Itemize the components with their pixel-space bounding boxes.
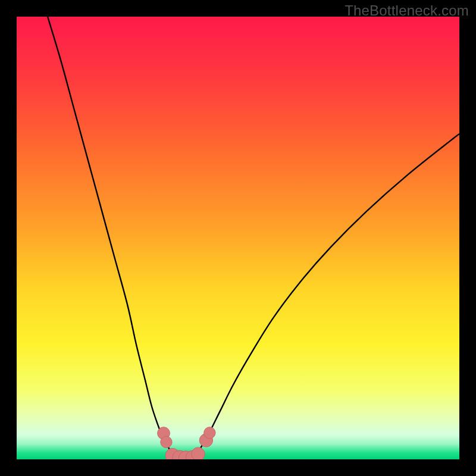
marker-dot [204, 427, 215, 439]
gradient-background [17, 17, 459, 459]
bottleneck-chart [17, 17, 459, 459]
plot-area [17, 17, 459, 459]
marker-dot [192, 447, 205, 459]
image-frame: TheBottleneck.com [0, 0, 476, 476]
marker-dot [161, 436, 172, 447]
